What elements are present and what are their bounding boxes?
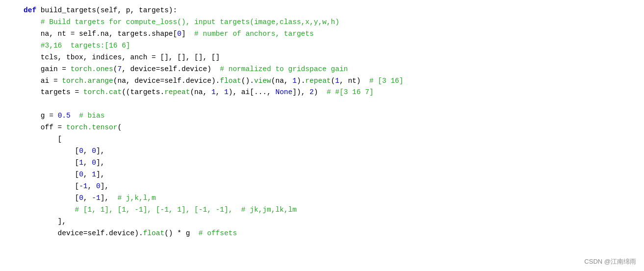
watermark: CSDN @江南绵雨 [584,257,636,267]
code-line-11: off = torch.tensor( [24,122,634,134]
code-line-2: # Build targets for compute_loss(), inpu… [24,17,634,28]
code-line-13: [0, 0], [24,146,634,157]
code-line-17: [0, -1], # j,k,l,m [24,193,634,204]
code-line-10: g = 0.5 # bias [24,110,634,122]
code-line-15: [0, 1], [24,169,634,181]
code-line-3: na, nt = self.na, targets.shape[0] # num… [24,28,634,40]
code-line-4: #3,16 targets:[16 6] [24,40,634,52]
code-line-20: device=self.device).float() * g # offset… [24,228,634,240]
code-line-18: # [1, 1], [1, -1], [-1, 1], [-1, -1], # … [24,204,634,216]
code-line-6: gain = torch.ones(7, device=self.device)… [24,64,634,75]
code-line-16: [-1, 0], [24,181,634,193]
code-line-1: def build_targets(self, p, targets): [24,5,634,17]
code-line-9 [24,99,634,110]
code-line-7: ai = torch.arange(na, device=self.device… [24,75,634,87]
code-container: def build_targets(self, p, targets): # B… [0,0,644,271]
code-line-19: ], [24,216,634,228]
code-line-12: [ [24,134,634,146]
code-line-8: targets = torch.cat((targets.repeat(na, … [24,87,634,99]
code-line-14: [1, 0], [24,157,634,169]
code-block: def build_targets(self, p, targets): # B… [0,5,644,239]
code-line-5: tcls, tbox, indices, anch = [], [], [], … [24,52,634,64]
